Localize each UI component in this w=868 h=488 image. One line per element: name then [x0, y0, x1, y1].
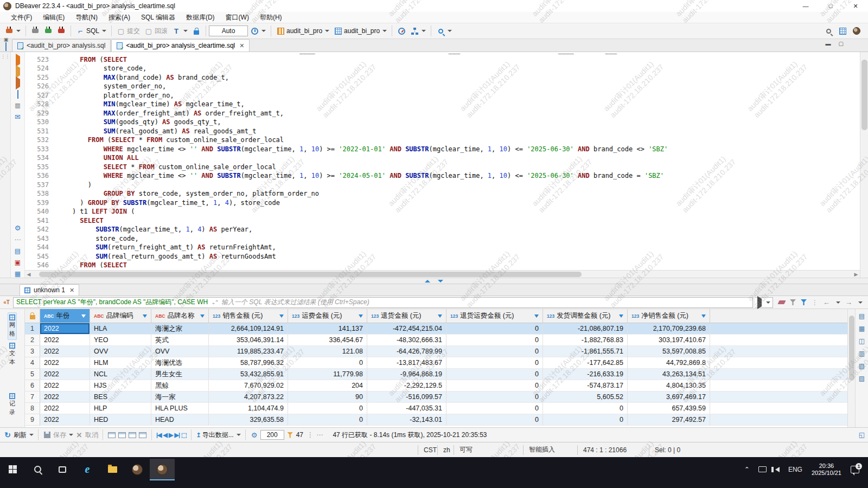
custom-filter-icon[interactable]	[801, 299, 807, 305]
column-filter-arrow-icon[interactable]	[438, 314, 442, 318]
refresh-button[interactable]: 刷新	[14, 431, 27, 440]
more-actions-icon[interactable]: ⋯	[15, 236, 21, 243]
grid-cell[interactable]: 2,170,709,239.68	[628, 323, 710, 335]
taskbar-search-icon[interactable]	[25, 459, 50, 480]
close-button[interactable]: ✕	[843, 0, 868, 12]
grid-cell[interactable]: 0	[446, 403, 543, 414]
column-header[interactable]: 123退货金额 (元)	[367, 309, 446, 323]
results-tab[interactable]: unknown 1 ✕	[20, 284, 79, 296]
grid-cell[interactable]: 0	[288, 403, 367, 414]
editor-tab[interactable]: <audit_bi_pro> analysis.sql	[12, 39, 111, 52]
grid-cell[interactable]: 黑鲸	[151, 380, 209, 391]
editor-vscrollbar[interactable]	[860, 52, 868, 278]
editor-results-splitter[interactable]	[0, 278, 868, 284]
menu-item[interactable]: 文件(F)	[5, 13, 37, 22]
grid-cell[interactable]: -32,143.01	[367, 414, 446, 426]
grid-cell[interactable]: HLM	[90, 357, 151, 369]
grid-cell[interactable]: 329,635.58	[209, 414, 288, 426]
grid-corner-lock[interactable]	[25, 309, 40, 323]
forward-history-icon[interactable]	[858, 301, 863, 304]
execute-statement-icon[interactable]	[16, 56, 20, 64]
grid-cell[interactable]: HLP	[90, 403, 151, 414]
code-line[interactable]: 530 SUM(goods_qty) AS goods_qty_t,	[25, 118, 860, 127]
grid-cell[interactable]: 海澜之家	[151, 323, 209, 335]
dbeaver-taskbar-icon-active[interactable]	[150, 459, 175, 480]
file-explorer-icon[interactable]	[100, 459, 125, 480]
grid-cell[interactable]: 海一家	[151, 391, 209, 403]
grid-cell[interactable]: 2022	[40, 346, 90, 357]
grid-cell[interactable]: -64,426,789.99	[367, 346, 446, 357]
grid-cell[interactable]: 43,263,134.51	[628, 369, 710, 380]
grid-cell[interactable]: 303,197,410.67	[628, 335, 710, 346]
grid-cell[interactable]: 0	[446, 414, 543, 426]
results-view-tab-3[interactable]: 记录	[8, 391, 16, 418]
fetch-all-icon[interactable]: ⬚	[181, 432, 187, 439]
remove-filter-icon[interactable]	[790, 299, 796, 305]
database-selector[interactable]: audit_bi_pro	[274, 24, 331, 37]
results-view-tab-2[interactable]: 文本	[8, 341, 16, 368]
code-line[interactable]: 531 SUM(real_goods_amt) AS real_goods_am…	[25, 127, 860, 136]
grid-cell[interactable]: HEAD	[151, 414, 209, 426]
grid-cell[interactable]: -472,454,215.04	[367, 323, 446, 335]
execute-script-icon[interactable]	[16, 68, 20, 75]
column-filter-arrow-icon[interactable]	[200, 314, 205, 318]
start-button[interactable]	[0, 459, 25, 480]
grid-cell[interactable]: 0	[446, 335, 543, 346]
minimize-view-icon[interactable]: ▬	[826, 41, 831, 47]
code-line[interactable]: 544 SUM(return_freight_amt_t) AS returnF…	[25, 243, 860, 252]
sql-editor-button[interactable]: ⌐SQL	[74, 24, 108, 37]
code-line[interactable]: 541 SELECT	[25, 216, 860, 226]
row-number[interactable]: 5	[25, 369, 40, 380]
panel-value-icon[interactable]: ▤	[859, 312, 865, 320]
splitter-up-icon[interactable]	[425, 280, 430, 282]
grid-cell[interactable]: 0	[543, 414, 628, 426]
copy-row-icon[interactable]	[128, 431, 137, 439]
grid-cell[interactable]: 141,137	[288, 323, 367, 335]
maximize-results-icon[interactable]: ◱	[859, 431, 865, 439]
menu-item[interactable]: 搜索(A)	[103, 13, 136, 22]
code-line[interactable]: 540 ) t1 LEFT JOIN (	[25, 207, 860, 216]
cancel-button[interactable]: 取消	[85, 431, 98, 440]
ie-icon[interactable]: e	[75, 459, 100, 480]
code-line[interactable]: 529 MAX(order_freight_amt) AS order_frei…	[25, 109, 860, 118]
row-count-funnel-icon[interactable]	[286, 431, 295, 439]
grid-cell[interactable]: HLA PLUS	[151, 403, 209, 414]
editor-hscrollbar[interactable]: ◀▶	[25, 270, 860, 278]
grid-settings-icon[interactable]: ⚙	[250, 431, 259, 439]
grid-cell[interactable]: -48,302,666.31	[367, 335, 446, 346]
code-line[interactable]: 536 WHERE mgclear_time <> '' AND SUBSTR(…	[25, 171, 860, 181]
tray-volume-icon[interactable]	[771, 467, 783, 472]
save-button[interactable]: 保存	[53, 431, 66, 440]
code-line[interactable]: 527 platform_order_no,	[25, 91, 860, 100]
grid-cell[interactable]: 0	[446, 323, 543, 335]
grid-cell[interactable]: -13,817,483.67	[367, 357, 446, 369]
grid-cell[interactable]: YEO	[90, 335, 151, 346]
column-header[interactable]: ABC品牌名称	[151, 309, 209, 323]
menu-item[interactable]: 帮助(H)	[254, 13, 288, 22]
code-line[interactable]: 523 FROM (SELECT	[25, 55, 860, 65]
column-header[interactable]: 123退货运费金额 (元)	[446, 309, 543, 323]
task-view-icon[interactable]	[50, 459, 75, 480]
language-indicator[interactable]: ENG	[784, 466, 806, 473]
tx-mode-select[interactable]: Auto	[209, 25, 248, 36]
new-connection-button[interactable]	[3, 24, 23, 37]
grid-cell[interactable]: 海澜优选	[151, 357, 209, 369]
grid-cell[interactable]: HED	[90, 414, 151, 426]
menu-item[interactable]: 数据库(D)	[181, 13, 220, 22]
column-header[interactable]: 123运费金额 (元)	[288, 309, 367, 323]
open-perspective-icon[interactable]	[838, 27, 847, 35]
next-row-icon[interactable]: ▶	[169, 432, 173, 439]
code-line[interactable]: 532 FROM (SELECT * FROM custom_online_sa…	[25, 136, 860, 145]
code-line[interactable]: 542 SUBSTR(mgclear_time_t, 1, 4) AS perY…	[25, 225, 860, 234]
editor-tab[interactable]: <audit_bi_pro> analysis_cleartime.sql✕	[111, 39, 250, 52]
explain-plan-icon[interactable]	[17, 91, 18, 98]
filter-expand-icon[interactable]: ⌄⌃	[211, 299, 218, 305]
grid-cell[interactable]: 0	[288, 357, 367, 369]
filter-history-icon[interactable]	[766, 301, 770, 304]
column-filter-arrow-icon[interactable]	[701, 314, 706, 318]
grid-cell[interactable]: 2022	[40, 369, 90, 380]
row-number[interactable]: 1	[25, 323, 40, 335]
grid-cell[interactable]: NCL	[90, 369, 151, 380]
grid-cell-selected[interactable]: 2022	[40, 323, 90, 335]
column-header[interactable]: ABC品牌编码	[90, 309, 151, 323]
